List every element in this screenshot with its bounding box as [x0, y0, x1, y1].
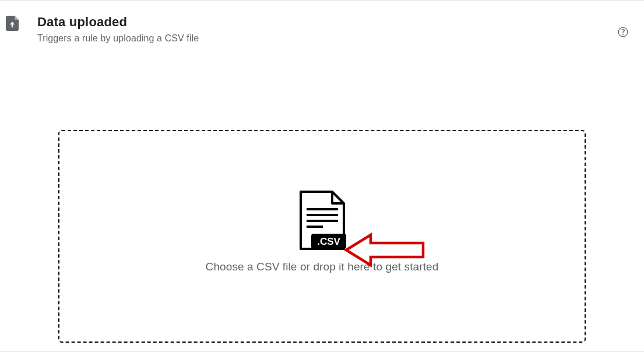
csv-label: .CSV	[317, 236, 340, 247]
page-header: Data uploaded Triggers a rule by uploadi…	[0, 1, 644, 44]
header-text-block: Data uploaded Triggers a rule by uploadi…	[37, 15, 617, 44]
file-dropzone[interactable]: .CSV Choose a CSV file or drop it here t…	[58, 130, 586, 343]
help-icon[interactable]	[617, 26, 629, 38]
file-upload-icon	[6, 16, 19, 31]
page-title: Data uploaded	[37, 15, 617, 30]
csv-file-icon: .CSV	[297, 191, 347, 250]
dropzone-instruction: Choose a CSV file or drop it here to get…	[206, 261, 439, 273]
dropzone-container: .CSV Choose a CSV file or drop it here t…	[0, 130, 644, 343]
page-subtitle: Triggers a rule by uploading a CSV file	[37, 33, 617, 44]
